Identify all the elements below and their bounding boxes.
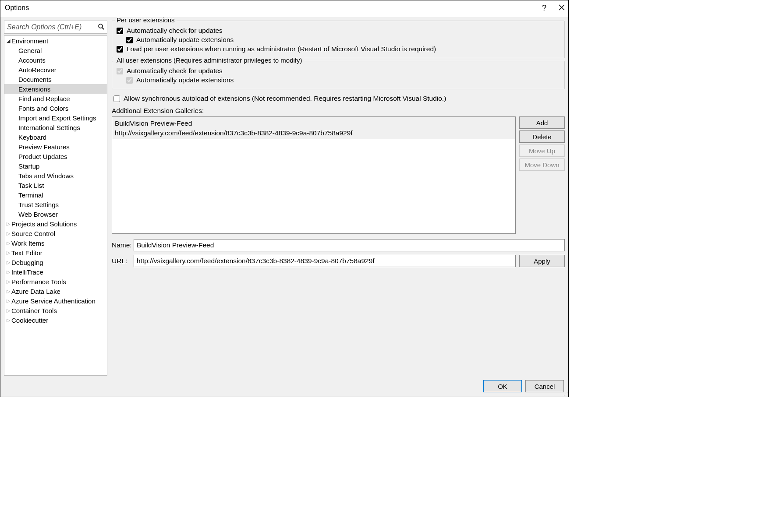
expand-icon[interactable]: ▷ [5, 260, 11, 265]
tree-aitem-projects-and-solutions[interactable]: ▷Projects and Solutions [4, 219, 107, 229]
name-label: Name: [112, 241, 130, 249]
resize-grip-icon[interactable]: ⋰ [563, 391, 568, 396]
options-tree[interactable]: ◢EnvironmentGeneralAccountsAutoRecoverDo… [4, 35, 107, 376]
titlebar: Options ? [0, 0, 568, 17]
tree-aitem-intellitrace[interactable]: ▷IntelliTrace [4, 267, 107, 277]
options-dialog: Options ? ◢EnvironmentGeneralAccountsAut… [0, 0, 569, 397]
tree-item-documents[interactable]: Documents [4, 74, 107, 84]
cancel-button[interactable]: Cancel [525, 380, 564, 392]
expand-icon[interactable]: ▷ [5, 250, 11, 256]
tree-item-tabs-and-windows[interactable]: Tabs and Windows [4, 171, 107, 180]
expand-icon[interactable]: ▷ [5, 240, 11, 246]
tree-item-accounts[interactable]: Accounts [4, 55, 107, 65]
add-button[interactable]: Add [519, 116, 565, 129]
tree-item-terminal[interactable]: Terminal [4, 190, 107, 200]
all-user-title: All user extensions (Requires administra… [115, 56, 304, 64]
tree-aitem-text-editor[interactable]: ▷Text Editor [4, 248, 107, 257]
expand-icon[interactable]: ▷ [5, 231, 11, 236]
expand-icon[interactable]: ▷ [5, 279, 11, 285]
cb-all-auto-update: Automatically update extensions [126, 76, 560, 84]
tree-aitem-azure-service-authentication[interactable]: ▷Azure Service Authentication [4, 296, 107, 306]
tree-aitem-cookiecutter[interactable]: ▷Cookiecutter [4, 315, 107, 325]
all-user-group: All user extensions (Requires administra… [112, 61, 565, 89]
cb-auto-check-updates-input[interactable] [117, 28, 123, 34]
tree-item-product-updates[interactable]: Product Updates [4, 151, 107, 161]
cb-allow-sync[interactable]: Allow synchronous autoload of extensions… [113, 95, 565, 102]
collapse-icon[interactable]: ◢ [5, 38, 11, 44]
tree-aitem-environment[interactable]: ◢Environment [4, 36, 107, 46]
per-user-group: Per user extensions Automatically check … [112, 21, 565, 58]
tree-aitem-source-control[interactable]: ▷Source Control [4, 229, 107, 238]
cb-auto-check-updates[interactable]: Automatically check for updates [117, 27, 560, 35]
url-label: URL: [112, 257, 130, 265]
expand-icon[interactable]: ▷ [5, 269, 11, 275]
search-icon[interactable] [98, 23, 105, 32]
cb-auto-update-ext[interactable]: Automatically update extensions [126, 36, 560, 44]
move-down-button: Move Down [519, 159, 565, 171]
help-icon[interactable]: ? [542, 4, 546, 12]
delete-button[interactable]: Delete [519, 130, 565, 143]
ok-button[interactable]: OK [483, 380, 522, 392]
cb-all-auto-update-input [126, 77, 133, 84]
tree-aitem-work-items[interactable]: ▷Work Items [4, 238, 107, 248]
tree-item-startup[interactable]: Startup [4, 161, 107, 171]
cb-load-admin[interactable]: Load per user extensions when running as… [117, 45, 560, 53]
tree-item-fonts-and-colors[interactable]: Fonts and Colors [4, 103, 107, 113]
url-input[interactable] [134, 255, 516, 267]
window-title: Options [5, 4, 29, 12]
tree-item-international-settings[interactable]: International Settings [4, 123, 107, 132]
tree-aitem-container-tools[interactable]: ▷Container Tools [4, 306, 107, 315]
expand-icon[interactable]: ▷ [5, 289, 11, 294]
per-user-title: Per user extensions [115, 17, 177, 24]
tree-item-trust-settings[interactable]: Trust Settings [4, 200, 107, 209]
tree-item-preview-features[interactable]: Preview Features [4, 142, 107, 151]
tree-item-web-browser[interactable]: Web Browser [4, 209, 107, 219]
apply-button[interactable]: Apply [519, 255, 565, 267]
cb-auto-update-ext-input[interactable] [126, 37, 133, 43]
gallery-item-url: http://vsixgallery.com/feed/extension/83… [115, 128, 513, 138]
cb-all-auto-check-input [117, 68, 123, 74]
tree-item-keyboard[interactable]: Keyboard [4, 132, 107, 142]
cb-all-auto-check: Automatically check for updates [117, 67, 560, 75]
svg-point-2 [99, 24, 103, 28]
tree-item-general[interactable]: General [4, 46, 107, 55]
gallery-item-name: BuildVision Preview-Feed [115, 119, 513, 128]
galleries-list[interactable]: BuildVision Preview-Feed http://vsixgall… [112, 116, 516, 234]
svg-line-3 [102, 28, 104, 29]
expand-icon[interactable]: ▷ [5, 317, 11, 323]
dialog-footer: OK Cancel [0, 376, 568, 397]
name-input[interactable] [134, 239, 565, 251]
tree-aitem-performance-tools[interactable]: ▷Performance Tools [4, 277, 107, 286]
expand-icon[interactable]: ▷ [5, 221, 11, 227]
move-up-button: Move Up [519, 144, 565, 157]
expand-icon[interactable]: ▷ [5, 308, 11, 314]
tree-item-autorecover[interactable]: AutoRecover [4, 65, 107, 74]
tree-aitem-azure-data-lake[interactable]: ▷Azure Data Lake [4, 286, 107, 296]
tree-aitem-debugging[interactable]: ▷Debugging [4, 257, 107, 267]
tree-item-task-list[interactable]: Task List [4, 180, 107, 190]
tree-item-extensions[interactable]: Extensions [4, 84, 107, 94]
search-input[interactable] [4, 21, 107, 34]
close-icon[interactable] [559, 4, 565, 12]
expand-icon[interactable]: ▷ [5, 298, 11, 304]
galleries-label: Additional Extension Galleries: [112, 107, 565, 115]
cb-allow-sync-input[interactable] [113, 95, 120, 102]
tree-item-import-and-export-settings[interactable]: Import and Export Settings [4, 113, 107, 123]
cb-load-admin-input[interactable] [117, 46, 123, 53]
gallery-item[interactable]: BuildVision Preview-Feed http://vsixgall… [112, 117, 515, 139]
tree-item-find-and-replace[interactable]: Find and Replace [4, 94, 107, 103]
